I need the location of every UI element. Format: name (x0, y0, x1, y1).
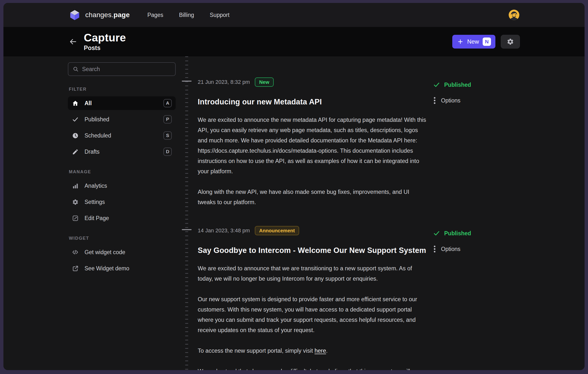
post-date: 21 Jun 2023, 8:32 pm (198, 79, 250, 85)
post-paragraph: To access the new support portal, simply… (198, 346, 427, 356)
sidebar-item-settings[interactable]: Settings (68, 195, 176, 209)
code-icon (72, 249, 79, 256)
sidebar: FILTER All A Publ (68, 56, 176, 370)
shortcut-badge: P (163, 115, 172, 124)
new-post-button-label: New (467, 38, 479, 45)
page-header: Capture Posts New N (3, 27, 585, 56)
page-settings-button[interactable] (501, 35, 520, 49)
sidebar-item-see-widget-demo[interactable]: See Widget demo (68, 262, 176, 275)
sidebar-item-get-widget-code[interactable]: Get widget code (68, 245, 176, 259)
sidebar-item-published[interactable]: Published P (68, 112, 176, 126)
check-icon (433, 230, 440, 237)
nav-links: Pages Billing Support (147, 12, 229, 18)
external-link-icon (72, 265, 79, 272)
post-badge-new: New (255, 77, 274, 87)
plus-icon (457, 38, 464, 45)
back-button[interactable] (68, 37, 78, 47)
sidebar-item-label: Get widget code (85, 249, 125, 256)
post-status-label: Published (444, 230, 471, 237)
sidebar-item-label: Edit Page (85, 215, 109, 222)
support-portal-link[interactable]: here (315, 348, 326, 354)
post-options-label: Options (441, 246, 460, 252)
post-article: 21 Jun 2023, 8:32 pm New Introducing our… (198, 77, 427, 207)
post-options-button[interactable]: Options (433, 97, 507, 104)
link-paragraph-text: To access the new support portal, simply… (198, 348, 315, 354)
brand-home-link[interactable]: changes.page (69, 9, 130, 21)
post-article: 14 Jan 2023, 3:48 pm Announcement Say Go… (198, 226, 427, 370)
sidebar-item-scheduled[interactable]: Scheduled S (68, 129, 176, 142)
post-date: 14 Jan 2023, 3:48 pm (198, 227, 250, 234)
search-box (68, 62, 176, 76)
post-paragraph: Along with the new API, we have also mad… (198, 187, 427, 207)
timeline-rail (176, 56, 198, 370)
post-paragraph: We are excited to announce the new metad… (198, 115, 427, 176)
edit-square-icon (72, 215, 79, 222)
gear-icon (507, 38, 514, 45)
nav-link-support[interactable]: Support (210, 12, 230, 18)
nav-link-billing[interactable]: Billing (179, 12, 194, 18)
sidebar-item-drafts[interactable]: Drafts D (68, 145, 176, 159)
sidebar-item-all[interactable]: All A (68, 96, 176, 110)
app-window: changes.page Pages Billing Support (3, 3, 585, 370)
bar-chart-icon (72, 183, 79, 189)
post-status-published[interactable]: Published (433, 230, 507, 237)
section-label-filter: FILTER (68, 87, 176, 92)
clock-icon (72, 132, 79, 139)
changes-page-logo-icon (69, 9, 80, 21)
link-paragraph-text: . (326, 348, 328, 354)
search-icon (73, 66, 79, 72)
timeline-post-marker (182, 229, 192, 230)
section-label-widget: WIDGET (68, 236, 176, 241)
post-options-label: Options (441, 97, 460, 104)
post-item: 21 Jun 2023, 8:32 pm New Introducing our… (198, 77, 585, 207)
sidebar-item-label: Published (85, 116, 109, 123)
home-icon (72, 100, 79, 107)
shortcut-badge: S (163, 131, 172, 140)
kebab-menu-icon (433, 97, 436, 104)
page-title: Capture (84, 32, 126, 43)
new-post-shortcut-badge: N (483, 37, 491, 46)
sidebar-item-analytics[interactable]: Analytics (68, 179, 176, 193)
page-subtitle: Posts (84, 44, 126, 51)
post-status-column: Published Options (433, 226, 507, 370)
post-options-button[interactable]: Options (433, 245, 507, 253)
search-input[interactable] (82, 66, 171, 73)
timeline-post-marker (182, 81, 192, 82)
post-badge-announcement: Announcement (255, 226, 299, 235)
post-item: 14 Jan 2023, 3:48 pm Announcement Say Go… (198, 226, 585, 370)
post-title[interactable]: Introducing our new Metadata API (198, 98, 427, 106)
post-status-column: Published Options (433, 77, 507, 207)
nav-link-pages[interactable]: Pages (147, 12, 163, 18)
pencil-icon (72, 149, 79, 155)
shortcut-badge: A (163, 99, 172, 107)
sidebar-item-label: Scheduled (85, 132, 111, 139)
sidebar-item-label: Analytics (85, 183, 107, 189)
post-status-published[interactable]: Published (433, 81, 507, 88)
posts-feed: 21 Jun 2023, 8:32 pm New Introducing our… (198, 56, 585, 370)
kebab-menu-icon (433, 245, 436, 253)
check-icon (72, 116, 79, 123)
sidebar-item-label: All (85, 100, 92, 107)
gear-icon (72, 199, 79, 205)
sidebar-item-label: Drafts (85, 149, 99, 155)
section-label-manage: MANAGE (68, 169, 176, 175)
top-navbar: changes.page Pages Billing Support (3, 3, 585, 27)
post-paragraph: We understand that change can be difficu… (198, 366, 427, 370)
sidebar-item-label: See Widget demo (85, 265, 129, 272)
post-paragraph: Our new support system is designed to pr… (198, 294, 427, 335)
post-title[interactable]: Say Goodbye to Intercom - Welcome Our Ne… (198, 246, 427, 255)
sidebar-item-edit-page[interactable]: Edit Page (68, 211, 176, 225)
user-avatar[interactable] (509, 10, 519, 20)
brand-name: changes.page (85, 11, 130, 19)
content-area: FILTER All A Publ (3, 56, 585, 370)
new-post-button[interactable]: New N (452, 35, 495, 49)
sidebar-item-label: Settings (85, 199, 105, 205)
timeline-dashed-line (185, 56, 188, 370)
post-status-label: Published (444, 82, 471, 88)
arrow-left-icon (69, 37, 77, 46)
shortcut-badge: D (163, 148, 172, 156)
post-paragraph: We are excited to announce that we are t… (198, 263, 427, 284)
check-icon (433, 81, 440, 88)
